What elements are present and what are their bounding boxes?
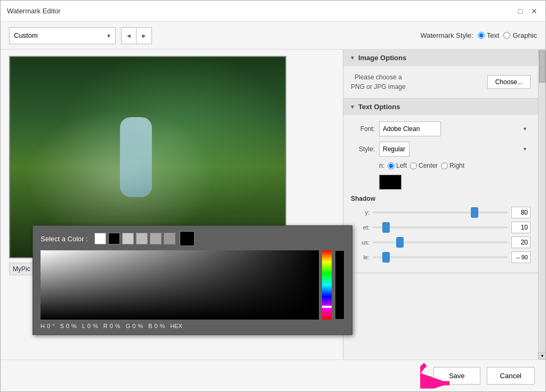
- swatch-gray4[interactable]: [164, 233, 175, 244]
- shadow-blur-slider[interactable]: [373, 241, 508, 243]
- b-group: B 0 %: [148, 323, 165, 329]
- g-value: 0: [132, 323, 135, 329]
- scroll-down-button[interactable]: ▼: [539, 352, 545, 360]
- close-button[interactable]: ✕: [529, 6, 539, 16]
- g-unit: %: [138, 323, 143, 329]
- text-options-arrow-icon: ▼: [350, 104, 355, 110]
- shadow-angle-thumb: [382, 252, 390, 263]
- h-unit: °: [52, 323, 54, 329]
- align-center-radio[interactable]: [410, 162, 417, 169]
- current-color-large-swatch[interactable]: [180, 231, 195, 246]
- nav-next-button[interactable]: ►: [136, 28, 151, 44]
- title-bar: Watermark Editor □ ✕: [1, 1, 545, 22]
- g-group: G 0 %: [126, 323, 143, 329]
- choose-button[interactable]: Choose...: [487, 75, 531, 89]
- s-label: S: [60, 323, 63, 329]
- shadow-angle-label: le:: [351, 254, 370, 260]
- nav-prev-button[interactable]: ◄: [122, 28, 136, 44]
- swatch-black[interactable]: [108, 233, 120, 244]
- align-right-radio[interactable]: [441, 162, 448, 169]
- text-color-swatch[interactable]: [379, 175, 402, 190]
- hex-label: HEX: [170, 323, 182, 329]
- l-group: L 0 %: [82, 323, 98, 329]
- style-graphic-radio-label[interactable]: Graphic: [503, 31, 537, 39]
- preset-dropdown-wrapper: Custom ▼: [9, 27, 116, 44]
- font-select[interactable]: Adobe CleanArialTimes New Roman: [379, 121, 441, 136]
- shadow-opacity-slider[interactable]: [373, 211, 508, 214]
- left-panel: MyPic Select a Color :: [1, 50, 343, 360]
- font-label: Font:: [351, 125, 375, 133]
- nav-button-group: ◄ ►: [121, 27, 152, 44]
- image-options-header[interactable]: ▼ Image Options: [343, 50, 538, 66]
- b-value: 0: [154, 323, 157, 329]
- black-bar[interactable]: [335, 250, 344, 320]
- align-left-radio[interactable]: [388, 162, 395, 169]
- shadow-angle-row: le: – 90: [351, 251, 531, 263]
- color-picker-body: [41, 250, 344, 320]
- preset-dropdown[interactable]: Custom: [9, 27, 116, 44]
- color-picker-label: Select a Color :: [41, 235, 88, 243]
- swatch-white[interactable]: [94, 233, 106, 244]
- shadow-opacity-row: y: 80: [351, 207, 531, 218]
- color-swatches: [94, 231, 195, 246]
- shadow-offset-slider[interactable]: [373, 226, 508, 228]
- minimize-button[interactable]: □: [516, 6, 525, 16]
- shadow-offset-thumb: [382, 222, 390, 233]
- color-gradient-picker[interactable]: [41, 250, 319, 320]
- shadow-angle-slider[interactable]: [373, 256, 508, 258]
- watermark-style-group: Watermark Style: Text Graphic: [420, 31, 537, 39]
- right-panel-content: ▼ Image Options Please choose a PNG or J…: [343, 50, 538, 360]
- hue-bar[interactable]: [322, 250, 332, 320]
- r-group: R 0 %: [103, 323, 121, 329]
- r-label: R: [103, 323, 108, 329]
- style-select[interactable]: RegularBoldItalic: [379, 142, 410, 157]
- image-options-arrow-icon: ▼: [350, 55, 355, 61]
- style-graphic-label: Graphic: [512, 31, 537, 39]
- l-unit: %: [93, 323, 98, 329]
- align-center-label[interactable]: Center: [410, 162, 438, 169]
- color-picker-popup: Select a Color :: [33, 225, 352, 335]
- r-unit: %: [115, 323, 121, 329]
- image-options-body: Please choose a PNG or JPG image Choose.…: [343, 66, 538, 98]
- shadow-offset-value: 10: [511, 222, 531, 233]
- text-options-header[interactable]: ▼ Text Options: [343, 99, 538, 115]
- window-title: Watermark Editor: [7, 7, 516, 15]
- title-controls: □ ✕: [516, 6, 539, 16]
- style-row: Style: RegularBoldItalic ▼: [351, 142, 531, 157]
- pink-arrow-icon: [420, 362, 473, 390]
- image-options-section: ▼ Image Options Please choose a PNG or J…: [343, 50, 538, 99]
- shadow-blur-label: us:: [351, 239, 370, 246]
- swatch-gray3[interactable]: [150, 233, 162, 244]
- style-text-radio[interactable]: [478, 32, 485, 39]
- align-left-text: Left: [396, 162, 407, 169]
- shadow-opacity-value: 80: [511, 207, 531, 218]
- style-select-arrow-icon: ▼: [523, 146, 527, 152]
- style-text-radio-label[interactable]: Text: [478, 31, 500, 39]
- shadow-angle-value: – 90: [511, 251, 531, 263]
- cancel-button[interactable]: Cancel: [487, 367, 535, 385]
- align-right-label[interactable]: Right: [441, 162, 464, 169]
- right-scrollbar[interactable]: ▲ ▼: [538, 50, 545, 360]
- right-panel: ▼ Image Options Please choose a PNG or J…: [343, 50, 545, 360]
- bottom-bar: Save Cancel: [1, 360, 545, 391]
- swatch-gray2[interactable]: [136, 233, 148, 244]
- style-text-label: Text: [487, 31, 500, 39]
- shadow-section: Shadow y: 80: [351, 195, 531, 263]
- scroll-thumb[interactable]: [539, 51, 545, 83]
- hue-thumb: [322, 306, 332, 308]
- align-right-text: Right: [449, 162, 464, 169]
- alignment-row: n: Left Center: [379, 162, 531, 169]
- text-options-title: Text Options: [358, 103, 400, 111]
- style-graphic-radio[interactable]: [503, 32, 510, 39]
- s-group: S 0 %: [60, 323, 76, 329]
- align-left-label[interactable]: Left: [388, 162, 407, 169]
- s-value: 0: [66, 323, 69, 329]
- font-select-arrow-icon: ▼: [523, 126, 527, 132]
- shadow-offset-row: et: 10: [351, 222, 531, 233]
- color-swatch-row: [379, 175, 531, 190]
- image-options-title: Image Options: [358, 54, 406, 62]
- font-row: Font: Adobe CleanArialTimes New Roman ▼: [351, 121, 531, 136]
- l-value: 0: [87, 323, 91, 329]
- right-panel-inner: ▼ Image Options Please choose a PNG or J…: [343, 50, 545, 360]
- swatch-gray1[interactable]: [122, 233, 134, 244]
